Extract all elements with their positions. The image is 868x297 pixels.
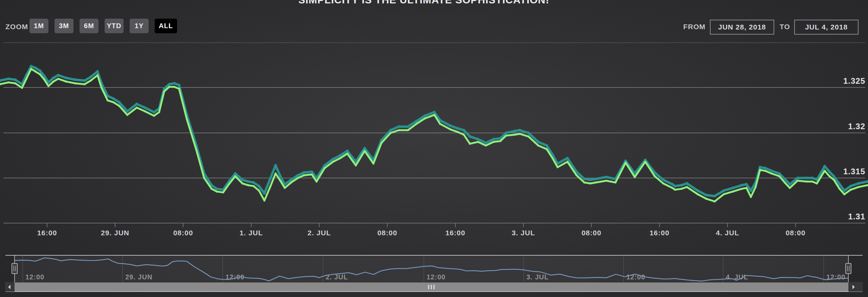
series-teal-marker	[594, 178, 597, 180]
x-axis-label: 1. JUL	[239, 229, 263, 237]
series-teal-marker	[241, 178, 244, 181]
series-green-marker	[745, 187, 747, 189]
series-green-marker	[211, 188, 213, 190]
series-green-marker	[674, 189, 676, 191]
scrollbar-button-right[interactable]	[848, 282, 863, 292]
series-green-marker	[173, 86, 175, 88]
series-green-marker	[833, 179, 835, 181]
series-teal-marker	[274, 164, 277, 167]
series-teal-marker	[252, 181, 255, 184]
series-teal-marker	[745, 183, 748, 186]
series-teal-marker	[39, 70, 41, 72]
series-teal-marker	[290, 178, 292, 181]
series-green-marker	[741, 188, 743, 190]
series-green-marker	[7, 81, 9, 83]
zoom-button-1y[interactable]: 1Y	[130, 19, 149, 33]
series-teal-marker	[662, 178, 665, 181]
zoom-button-3m[interactable]: 3M	[55, 19, 73, 33]
series-green-marker	[614, 181, 616, 183]
series-teal-marker	[750, 189, 752, 192]
series-green-marker	[714, 200, 716, 202]
x-axis-label: 08:00	[786, 229, 806, 237]
to-label: TO	[780, 23, 790, 31]
series-green-marker	[806, 181, 808, 183]
series-green-marker	[858, 186, 860, 188]
zoom-button-1m[interactable]: 1M	[29, 19, 48, 33]
series-green-marker	[551, 157, 554, 159]
series-green-marker	[390, 132, 392, 134]
series-teal-marker	[30, 65, 32, 67]
series-teal-marker	[363, 147, 366, 150]
series-green-marker	[499, 140, 501, 142]
series-teal-marker	[258, 185, 260, 187]
series-green-marker	[750, 196, 752, 198]
series-green-marker	[705, 198, 707, 200]
series-teal-marker	[153, 111, 155, 114]
navigator-mask[interactable]	[15, 255, 848, 282]
series-green-marker	[671, 187, 673, 189]
series-green-marker	[269, 186, 271, 188]
series-teal-marker	[788, 183, 791, 186]
series-green-marker	[43, 79, 45, 81]
x-axis-label: 16:00	[446, 229, 465, 237]
series-teal-marker	[397, 125, 400, 128]
series-teal-marker	[34, 67, 37, 70]
series-teal-marker	[513, 130, 516, 133]
navigator-handle-left[interactable]	[12, 263, 17, 274]
series-teal-marker	[52, 77, 55, 79]
series-teal-marker	[7, 77, 10, 80]
zoom-button-all[interactable]: ALL	[155, 19, 177, 33]
series-green-marker	[153, 115, 155, 117]
series-green-marker	[850, 189, 852, 191]
series-green-marker	[557, 166, 559, 168]
series-teal-marker	[783, 178, 786, 180]
series-teal-marker	[778, 172, 781, 175]
x-axis-label: 3. JUL	[512, 229, 535, 237]
series-green-marker	[457, 131, 459, 133]
series-teal-marker	[433, 111, 436, 114]
series-teal-marker	[605, 176, 608, 178]
series-teal-marker	[583, 178, 586, 180]
navigator-handle-right[interactable]	[846, 263, 851, 274]
to-date-input[interactable]	[794, 20, 859, 35]
series-green-marker	[839, 188, 841, 190]
zoom-button-6m[interactable]: 6M	[80, 19, 99, 33]
zoom-button-ytd[interactable]: YTD	[105, 19, 124, 33]
series-green-marker	[253, 185, 255, 187]
series-teal-marker	[686, 182, 688, 185]
series-green-marker	[303, 174, 305, 176]
series-green-marker	[275, 173, 277, 175]
series-green-marker	[759, 169, 761, 171]
series-teal-marker	[838, 183, 841, 186]
series-teal-marker	[112, 97, 115, 100]
series-green-marker	[216, 191, 218, 193]
series-green-marker	[279, 180, 281, 182]
series-green-marker	[732, 191, 734, 193]
series-green-marker	[96, 74, 99, 76]
series-green-marker	[346, 153, 348, 155]
series-teal-marker	[832, 175, 835, 178]
series-teal-marker	[770, 170, 773, 172]
series-teal-marker	[696, 189, 699, 192]
series-green-marker	[35, 71, 37, 73]
series-green-marker	[258, 190, 260, 192]
series-green-marker	[816, 182, 818, 184]
series-green-marker	[811, 181, 813, 183]
series-green-marker	[407, 129, 409, 131]
series-teal-marker	[173, 82, 176, 85]
series-green-marker	[644, 161, 646, 163]
series-green-marker	[136, 107, 138, 109]
x-axis-label: 16:00	[37, 229, 57, 237]
series-teal-marker	[424, 115, 426, 117]
series-green-marker	[485, 144, 487, 146]
series-teal-marker	[96, 70, 99, 73]
zoom-label: ZOOM	[5, 23, 28, 31]
series-green-marker	[107, 99, 109, 101]
series-teal-marker	[456, 127, 459, 130]
x-axis-label: 29. JUN	[101, 229, 129, 237]
series-teal-marker	[462, 129, 465, 132]
plot-area[interactable]	[3, 38, 865, 223]
series-green-marker	[415, 123, 417, 125]
series-green-marker	[662, 182, 664, 184]
from-date-input[interactable]	[710, 20, 774, 35]
